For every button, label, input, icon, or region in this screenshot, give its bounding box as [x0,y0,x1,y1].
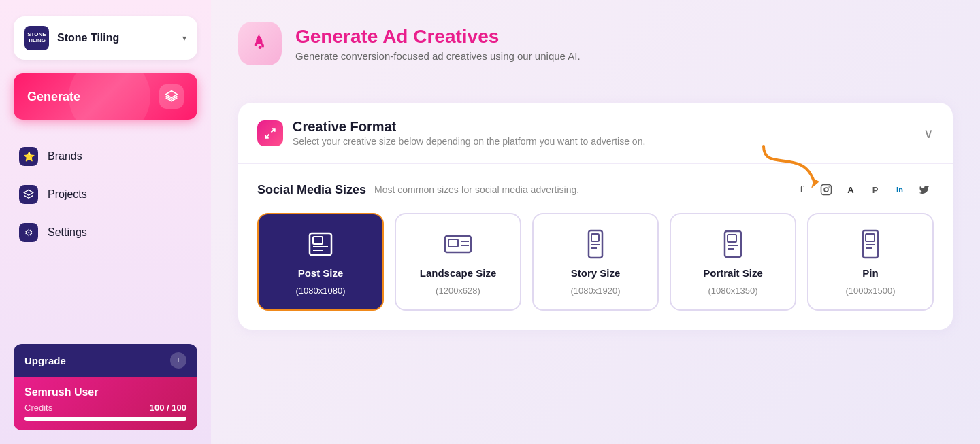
svg-rect-22 [728,235,736,242]
portrait-size-name: Portrait Size [703,267,763,279]
upgrade-button[interactable]: Upgrade + [14,344,197,377]
generate-button[interactable]: Generate [14,73,197,120]
card-header: Creative Format Select your creative siz… [238,103,953,164]
story-size-icon [579,228,612,260]
landscape-size-icon [442,228,474,260]
sidebar-item-settings[interactable]: ⚙ Settings [14,215,197,250]
header-icon-wrap [238,22,282,65]
social-media-desc: Most common sizes for social media adver… [374,184,579,195]
post-size-name: Post Size [298,267,344,279]
post-size-dims: (1080x1080) [296,286,346,296]
sidebar-item-projects[interactable]: Projects [14,177,197,212]
generate-label: Generate [27,90,80,104]
credits-fill [24,417,186,421]
twitter-icon [915,180,934,199]
landscape-size-dims: (1200x628) [436,286,480,296]
pinterest-icon: P [866,180,885,199]
brand-logo: STONETILING [24,26,49,50]
card-header-left: Creative Format Select your creative siz… [257,119,645,147]
sidebar-item-brands[interactable]: ⭐ Brands [14,139,197,174]
settings-label: Settings [48,226,87,239]
pin-size-dims: (1000x1500) [846,286,896,296]
portrait-size-icon [717,228,749,260]
card-title-group: Creative Format Select your creative siz… [293,119,645,147]
card-chevron-icon[interactable]: ∨ [924,125,934,141]
svg-point-8 [828,186,830,188]
main-content: Generate Ad Creatives Generate conversio… [211,0,980,444]
upgrade-plus-icon: + [170,352,186,369]
size-card-post[interactable]: Post Size (1080x1080) [257,213,384,311]
svg-point-2 [259,46,262,49]
credits-value: 100 / 100 [150,403,186,413]
upgrade-label: Upgrade [24,355,66,366]
card-body: Social Media Sizes Most common sizes for… [238,164,953,330]
card-title: Creative Format [293,119,645,135]
chevron-down-icon: ▾ [182,33,186,43]
svg-rect-18 [591,234,599,241]
credits-label: Credits [24,403,52,413]
credits-row: Credits 100 / 100 [24,403,186,413]
svg-marker-1 [24,190,33,195]
size-cards: Post Size (1080x1080) Landscape Size (12… [257,213,934,311]
size-card-story[interactable]: Story Size (1080x1920) [532,213,659,311]
linkedin-icon: in [890,180,909,199]
curved-arrow-decoration [757,139,825,194]
brand-name: Stone Tiling [57,32,174,44]
brands-label: Brands [48,150,82,163]
brands-icon: ⭐ [19,147,38,166]
size-card-portrait[interactable]: Portrait Size (1080x1350) [670,213,796,311]
rocket-icon [250,32,270,56]
size-card-pin[interactable]: Pin (1000x1500) [807,213,934,311]
svg-rect-14 [448,239,458,247]
brand-selector[interactable]: STONETILING Stone Tiling ▾ [14,16,197,60]
card-subtitle: Select your creative size below dependin… [293,136,645,147]
projects-label: Projects [48,188,87,201]
section-header: Social Media Sizes Most common sizes for… [257,180,934,199]
section-title-group: Social Media Sizes Most common sizes for… [257,183,579,197]
settings-icon: ⚙ [19,223,38,242]
pin-size-icon [854,228,887,260]
social-media-title: Social Media Sizes [257,183,366,197]
page-subtitle: Generate conversion-focused ad creatives… [295,50,581,62]
story-size-dims: (1080x1920) [571,286,621,296]
adroll-icon: A [841,180,860,199]
projects-icon [19,185,38,204]
sidebar: STONETILING Stone Tiling ▾ Generate ⭐ Br… [0,0,211,444]
story-size-name: Story Size [571,267,621,279]
landscape-size-name: Landscape Size [420,267,497,279]
user-name: Semrush User [24,386,186,398]
user-card: Semrush User Credits 100 / 100 [14,377,197,430]
pin-size-name: Pin [862,267,878,279]
page-header: Generate Ad Creatives Generate conversio… [211,0,980,82]
content-area: Creative Format Select your creative siz… [211,82,980,350]
post-size-icon [304,228,337,260]
credits-bar [24,417,186,421]
size-card-landscape[interactable]: Landscape Size (1200x628) [395,213,521,311]
header-text: Generate Ad Creatives Generate conversio… [295,26,581,62]
layers-icon [159,84,184,109]
portrait-size-dims: (1080x1350) [708,286,758,296]
svg-rect-26 [866,234,875,241]
creative-format-card: Creative Format Select your creative siz… [238,103,953,330]
svg-rect-10 [313,237,323,244]
upgrade-section: Upgrade + Semrush User Credits 100 / 100 [14,344,197,430]
page-title: Generate Ad Creatives [295,26,581,48]
expand-icon [257,120,283,146]
